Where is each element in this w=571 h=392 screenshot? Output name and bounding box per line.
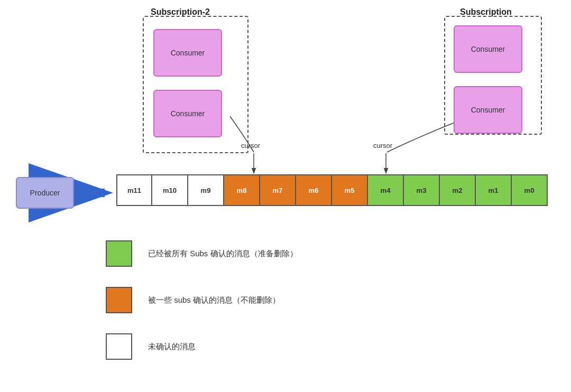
legend-color-white <box>106 333 132 360</box>
consumer-box-sub2-2: Consumer <box>153 90 222 137</box>
consumer-box-sub1-2: Consumer <box>454 86 522 134</box>
legend-text-green: 已经被所有 Subs 确认的消息（准备删除） <box>148 249 298 259</box>
msg-m1: m1 <box>476 174 512 206</box>
legend-color-orange <box>106 287 132 313</box>
message-queue: m11 m10 m9 m8 m7 m6 m5 m4 m3 m2 m1 m0 <box>116 174 548 206</box>
diagram-container: Subscription-2 Consumer Consumer Subscri… <box>0 0 571 392</box>
msg-m10: m10 <box>152 174 188 206</box>
msg-m7: m7 <box>260 174 296 206</box>
msg-m0: m0 <box>512 174 548 206</box>
msg-m2: m2 <box>440 174 476 206</box>
msg-m3: m3 <box>404 174 440 206</box>
legend-item-orange: 被一些 subs 确认的消息（不能删除） <box>106 287 298 313</box>
msg-m9: m9 <box>188 174 224 206</box>
msg-m6: m6 <box>296 174 332 206</box>
producer-box: Producer <box>16 177 74 209</box>
msg-m5: m5 <box>332 174 368 206</box>
legend: 已经被所有 Subs 确认的消息（准备删除） 被一些 subs 确认的消息（不能… <box>106 240 298 380</box>
cursor-label-sub1: cursor <box>373 142 392 150</box>
legend-text-white: 未确认的消息 <box>148 342 196 352</box>
consumer-box-sub1-1: Consumer <box>454 25 522 73</box>
msg-m8: m8 <box>224 174 260 206</box>
legend-item-green: 已经被所有 Subs 确认的消息（准备删除） <box>106 240 298 267</box>
legend-color-green <box>106 240 132 267</box>
cursor-label-sub2: cursor <box>241 142 260 150</box>
msg-m4: m4 <box>368 174 404 206</box>
legend-text-orange: 被一些 subs 确认的消息（不能删除） <box>148 295 280 305</box>
msg-m11: m11 <box>116 174 152 206</box>
consumer-box-sub2-1: Consumer <box>153 29 222 77</box>
legend-item-white: 未确认的消息 <box>106 333 298 360</box>
